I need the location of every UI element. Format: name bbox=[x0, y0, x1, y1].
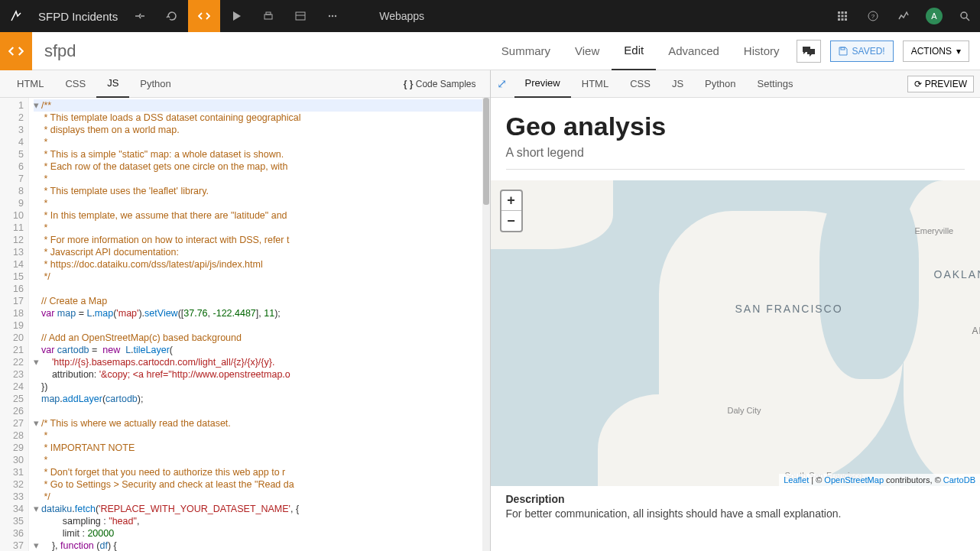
editor-tab-html[interactable]: HTML bbox=[6, 70, 54, 98]
editor-scrollbar[interactable] bbox=[482, 98, 490, 551]
preview-title: Geo analysis bbox=[506, 112, 965, 141]
label-daly: Daly City bbox=[728, 406, 761, 415]
editor-tab-js[interactable]: JS bbox=[96, 70, 129, 98]
refresh-icon[interactable] bbox=[156, 0, 188, 32]
editor-tab-css[interactable]: CSS bbox=[54, 70, 96, 98]
preview-tab-preview[interactable]: Preview bbox=[514, 70, 571, 98]
preview-content: Geo analysis A short legend San Francisc… bbox=[491, 98, 981, 551]
layout-icon[interactable] bbox=[284, 0, 316, 32]
preview-tab-js[interactable]: JS bbox=[661, 70, 694, 98]
main: HTMLCSSJSPython { } Code Samples 1234567… bbox=[0, 70, 980, 551]
subtab-view[interactable]: View bbox=[563, 32, 612, 70]
code-body[interactable]: ▾/** * This template loads a DSS dataset… bbox=[29, 98, 490, 551]
svg-rect-10 bbox=[838, 15, 840, 18]
file-name[interactable]: sfpd bbox=[32, 41, 89, 61]
avatar-letter: A bbox=[926, 8, 943, 24]
label-sf: San Francisco bbox=[735, 303, 843, 315]
preview-tab-html[interactable]: HTML bbox=[571, 70, 619, 98]
code-icon[interactable] bbox=[188, 0, 220, 32]
subtab-summary[interactable]: Summary bbox=[489, 32, 563, 70]
svg-rect-20 bbox=[841, 47, 845, 50]
chevron-down-icon: ▾ bbox=[956, 46, 961, 57]
subtab-advanced[interactable]: Advanced bbox=[656, 32, 732, 70]
code-samples-button[interactable]: { } Code Samples bbox=[404, 79, 484, 89]
map-zoom-controls: + − bbox=[500, 190, 523, 232]
avatar[interactable]: A bbox=[919, 0, 949, 32]
osm-link[interactable]: OpenStreetMap bbox=[824, 475, 884, 485]
topbar: SFPD Incidents Webapps ? A bbox=[0, 0, 980, 32]
desc-title: Description bbox=[506, 493, 565, 505]
preview-tab-settings[interactable]: Settings bbox=[747, 70, 804, 98]
zoom-out-button[interactable]: − bbox=[501, 211, 521, 231]
play-icon[interactable] bbox=[220, 0, 252, 32]
svg-rect-9 bbox=[845, 11, 847, 14]
help-icon[interactable]: ? bbox=[858, 0, 888, 32]
label-emeryville: Emeryville bbox=[915, 226, 954, 235]
zoom-in-button[interactable]: + bbox=[501, 191, 521, 211]
preview-refresh-button[interactable]: ⟳ PREVIEW bbox=[907, 76, 974, 92]
svg-rect-15 bbox=[845, 18, 847, 21]
svg-text:?: ? bbox=[871, 13, 875, 20]
label-oakland: Oakland bbox=[934, 268, 981, 280]
svg-point-5 bbox=[332, 15, 333, 17]
map-attribution: Leaflet | © OpenStreetMap contributors, … bbox=[779, 474, 980, 486]
project-title[interactable]: SFPD Incidents bbox=[32, 10, 124, 23]
save-label: SAVED! bbox=[852, 46, 885, 57]
actions-label: ACTIONS bbox=[911, 46, 952, 57]
editor-panel: HTMLCSSJSPython { } Code Samples 1234567… bbox=[0, 70, 491, 551]
preview-tabbar: ⤢ PreviewHTMLCSSJSPythonSettings ⟳ PREVI… bbox=[491, 70, 981, 98]
map[interactable]: San Francisco Oakland Alameda Piedmont E… bbox=[491, 180, 981, 486]
label-alameda: Alameda bbox=[972, 326, 981, 336]
print-icon[interactable] bbox=[252, 0, 284, 32]
search-icon[interactable] bbox=[949, 0, 980, 32]
app-logo[interactable] bbox=[0, 0, 32, 32]
svg-rect-0 bbox=[264, 15, 272, 19]
svg-rect-12 bbox=[845, 15, 847, 18]
actions-button[interactable]: ACTIONS ▾ bbox=[903, 41, 969, 62]
line-gutter: 1234567891011121314151617181920212223242… bbox=[0, 98, 29, 551]
editor-tab-python[interactable]: Python bbox=[129, 70, 181, 98]
subtab-history[interactable]: History bbox=[732, 32, 792, 70]
more-icon[interactable] bbox=[316, 0, 349, 32]
svg-point-18 bbox=[961, 12, 967, 18]
scrollbar-thumb[interactable] bbox=[483, 98, 489, 205]
discuss-button[interactable] bbox=[797, 40, 821, 63]
svg-rect-11 bbox=[842, 15, 844, 18]
svg-rect-14 bbox=[842, 18, 844, 21]
breadcrumb[interactable]: Webapps bbox=[379, 10, 424, 22]
preview-legend: A short legend bbox=[506, 146, 965, 170]
desc-text: For better communication, all insights s… bbox=[506, 507, 965, 520]
file-type-icon bbox=[0, 32, 32, 70]
subtab-edit[interactable]: Edit bbox=[612, 32, 656, 70]
svg-point-4 bbox=[329, 15, 330, 17]
svg-point-6 bbox=[335, 15, 336, 17]
editor-tabbar: HTMLCSSJSPython { } Code Samples bbox=[0, 70, 490, 98]
carto-link[interactable]: CartoDB bbox=[943, 475, 975, 485]
preview-tab-css[interactable]: CSS bbox=[619, 70, 661, 98]
apps-icon[interactable] bbox=[827, 0, 858, 32]
expand-icon[interactable]: ⤢ bbox=[497, 76, 507, 91]
svg-line-19 bbox=[966, 18, 969, 21]
svg-rect-1 bbox=[266, 12, 271, 15]
leaflet-link[interactable]: Leaflet bbox=[784, 475, 809, 485]
activity-icon[interactable] bbox=[888, 0, 919, 32]
preview-tab-python[interactable]: Python bbox=[694, 70, 746, 98]
preview-description: Description For better communication, al… bbox=[506, 486, 965, 526]
flow-icon[interactable] bbox=[124, 0, 156, 32]
save-button[interactable]: SAVED! bbox=[830, 41, 894, 62]
preview-panel: ⤢ PreviewHTMLCSSJSPythonSettings ⟳ PREVI… bbox=[491, 70, 981, 551]
subheader: sfpd SummaryViewEditAdvancedHistory SAVE… bbox=[0, 32, 980, 70]
svg-rect-7 bbox=[838, 11, 840, 14]
svg-rect-13 bbox=[838, 18, 840, 21]
svg-rect-8 bbox=[842, 11, 844, 14]
svg-rect-2 bbox=[296, 12, 305, 20]
code-editor[interactable]: 1234567891011121314151617181920212223242… bbox=[0, 98, 490, 551]
